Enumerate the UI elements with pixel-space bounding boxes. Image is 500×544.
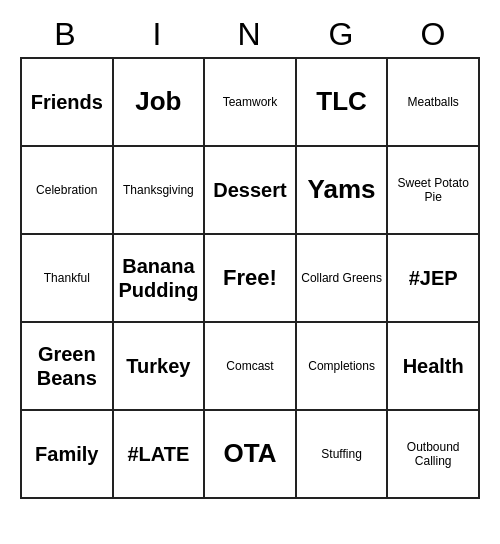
cell-r4-c2: OTA: [205, 411, 297, 499]
cell-r0-c1: Job: [114, 59, 206, 147]
cell-r2-c2: Free!: [205, 235, 297, 323]
cell-r3-c3: Completions: [297, 323, 389, 411]
cell-r0-c4: Meatballs: [388, 59, 480, 147]
cell-r1-c0: Celebration: [22, 147, 114, 235]
cell-r1-c3: Yams: [297, 147, 389, 235]
bingo-title: B I N G O: [20, 10, 480, 57]
cell-r4-c3: Stuffing: [297, 411, 389, 499]
cell-r3-c0: Green Beans: [22, 323, 114, 411]
cell-r3-c4: Health: [388, 323, 480, 411]
cell-r1-c2: Dessert: [205, 147, 297, 235]
cell-r0-c2: Teamwork: [205, 59, 297, 147]
cell-r2-c4: #JEP: [388, 235, 480, 323]
letter-i: I: [117, 16, 199, 53]
cell-r1-c1: Thanksgiving: [114, 147, 206, 235]
cell-r0-c3: TLC: [297, 59, 389, 147]
letter-n: N: [209, 16, 291, 53]
letter-o: O: [393, 16, 475, 53]
cell-r4-c1: #LATE: [114, 411, 206, 499]
cell-r4-c0: Family: [22, 411, 114, 499]
cell-r2-c1: Banana Pudding: [114, 235, 206, 323]
cell-r3-c2: Comcast: [205, 323, 297, 411]
cell-r2-c0: Thankful: [22, 235, 114, 323]
cell-r0-c0: Friends: [22, 59, 114, 147]
letter-b: B: [25, 16, 107, 53]
letter-g: G: [301, 16, 383, 53]
bingo-grid: FriendsJobTeamworkTLCMeatballsCelebratio…: [20, 57, 480, 499]
cell-r1-c4: Sweet Potato Pie: [388, 147, 480, 235]
cell-r4-c4: Outbound Calling: [388, 411, 480, 499]
cell-r2-c3: Collard Greens: [297, 235, 389, 323]
cell-r3-c1: Turkey: [114, 323, 206, 411]
